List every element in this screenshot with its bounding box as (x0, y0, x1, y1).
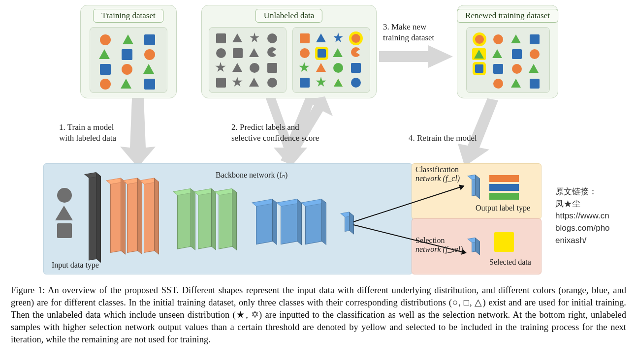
shape-square-blue-selected (475, 64, 483, 73)
shape-pacman-gray (267, 47, 277, 57)
shape-square-blue (351, 63, 361, 73)
panel-training-grid (90, 27, 167, 93)
figure-canvas: Training dataset Unlabeled data (0, 0, 637, 364)
panel-renewed: Renewed training dataset (457, 5, 558, 98)
output-bar-green (489, 193, 519, 200)
shape-square-blue (493, 64, 503, 74)
panel-unlabeled-colored (292, 27, 370, 93)
shape-triangle-gray (232, 33, 242, 42)
shape-circle-orange (530, 49, 540, 59)
shape-triangle-green-selected (334, 79, 343, 87)
classification-vector (472, 178, 477, 196)
shape-star5-gray (232, 77, 243, 88)
feature-vector (345, 215, 350, 232)
shape-triangle-gray (249, 48, 259, 57)
panel-renewed-grid (466, 27, 550, 93)
shape-circle-gray (216, 48, 226, 58)
selected-data-swatch (494, 232, 514, 252)
shape-circle-gray (267, 33, 277, 43)
input-slab (89, 175, 97, 260)
input-square-icon (57, 223, 72, 238)
input-data-type-label: Input data type (52, 261, 99, 270)
arrow-step-3 (379, 44, 453, 69)
shape-square-blue (530, 79, 540, 89)
svg-marker-6 (458, 98, 498, 166)
shape-star5-green (316, 77, 326, 88)
shape-triangle-green (529, 64, 539, 73)
shape-triangle-green (511, 79, 521, 88)
shape-star5-gray (215, 62, 226, 73)
shape-square-blue-selected (318, 49, 326, 58)
shape-triangle-gray (249, 78, 259, 87)
shape-circle-orange-selected (475, 35, 484, 44)
input-triangle-icon (55, 206, 73, 220)
conv-block-blue (256, 202, 274, 244)
shape-square-orange (300, 33, 310, 43)
conv-block-green (198, 191, 213, 249)
shape-star5-green (299, 62, 310, 73)
panel-renewed-title: Renewed training dataset (457, 9, 558, 23)
shape-triangle-green-selected (474, 50, 484, 59)
shape-circle-blue (351, 78, 361, 88)
shape-circle-gray (250, 63, 259, 73)
selection-vector (472, 241, 477, 252)
step-4-label: 4. Retrain the model (409, 133, 492, 144)
conv-block-orange (110, 181, 122, 253)
shape-square-blue (144, 34, 155, 45)
selection-label: Selectionnetwork (f_sel) (415, 236, 463, 254)
conv-block-orange (127, 181, 139, 253)
shape-circle-green (333, 63, 343, 73)
shape-triangle-green (99, 49, 110, 59)
step-2-label: 2. Predict labels andselective confidenc… (231, 122, 345, 144)
conv-block-green (177, 191, 192, 249)
shape-star6-blue (333, 32, 343, 43)
shape-square-gray (267, 63, 277, 73)
backbone-label: Backbone network (fₙ) (216, 170, 287, 180)
figure-caption: Figure 1: An overview of the proposed SS… (11, 284, 626, 346)
panel-unlabeled: Unlabeled data (201, 5, 377, 98)
shape-triangle-green (511, 34, 521, 43)
panel-unlabeled-title: Unlabeled data (255, 9, 322, 23)
shape-square-blue (144, 79, 155, 90)
shape-star6-gray (250, 32, 259, 43)
shape-pacman-orange (351, 47, 361, 57)
classification-label: Classificationnetwork (f_cl) (415, 165, 460, 183)
selected-data-label: Selected data (489, 258, 531, 267)
shape-square-blue (530, 34, 540, 44)
shape-square-blue (100, 64, 111, 75)
shape-square-blue (300, 78, 310, 88)
shape-circle-orange (493, 34, 503, 44)
shape-circle-gray (267, 78, 277, 88)
shape-circle-orange (122, 64, 132, 75)
shape-triangle-green (333, 48, 343, 57)
conv-block-blue (305, 202, 323, 244)
step-3-label: 3. Make newtraining dataset (383, 22, 452, 43)
output-bar-blue (489, 184, 519, 191)
conv-block-green (219, 191, 233, 249)
shape-triangle-green (143, 64, 154, 74)
output-label-type-label: Output label type (476, 204, 530, 212)
output-bar-orange (489, 175, 519, 182)
panel-training-title: Training dataset (93, 9, 163, 23)
shape-circle-orange-selected (351, 34, 360, 43)
shape-triangle-green (121, 79, 131, 89)
shape-square-blue (512, 49, 522, 59)
shape-circle-orange (300, 48, 310, 58)
panel-training: Training dataset (80, 5, 177, 98)
conv-block-orange (144, 181, 156, 253)
svg-marker-5 (379, 45, 453, 68)
shape-square-gray (216, 78, 226, 88)
shape-circle-orange (100, 79, 111, 90)
conv-block-blue (281, 202, 298, 244)
shape-circle-orange (512, 64, 522, 74)
shape-square-gray (216, 33, 226, 43)
shape-triangle-blue (316, 33, 326, 42)
shape-triangle-gray (232, 63, 242, 72)
source-link-text: 原文链接： 凤★尘 https://www.cn blogs.com/pho e… (555, 186, 629, 246)
shape-triangle-green (123, 34, 133, 44)
shape-square-gray (233, 48, 243, 58)
step-1-label: 1. Train a modelwith labeled data (59, 122, 143, 144)
panel-unlabeled-gray (209, 27, 287, 93)
shape-circle-orange (144, 49, 155, 60)
shape-circle-orange (100, 34, 111, 45)
